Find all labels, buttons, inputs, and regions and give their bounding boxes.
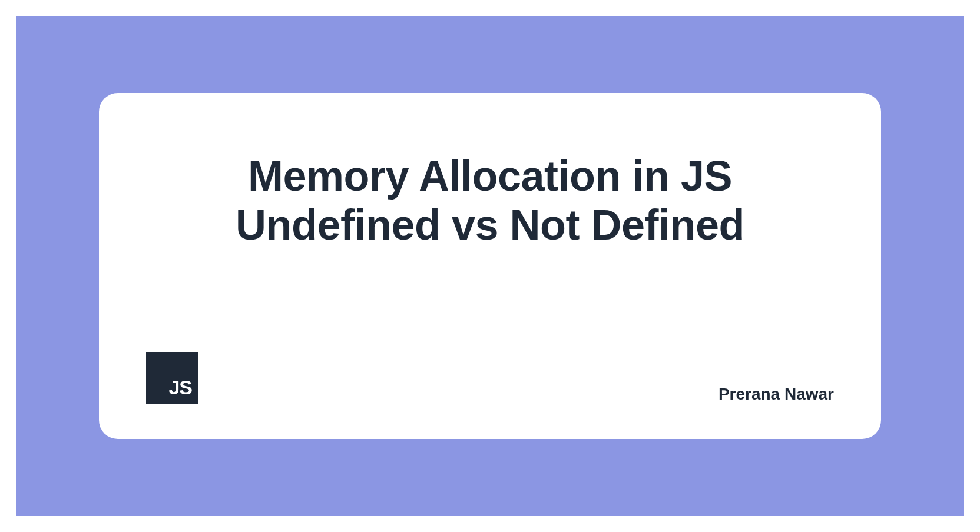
content-card: Memory Allocation in JS Undefined vs Not… bbox=[99, 93, 881, 439]
js-logo-badge: JS bbox=[146, 352, 198, 404]
outer-frame: Memory Allocation in JS Undefined vs Not… bbox=[16, 16, 964, 516]
footer-row: JS Prerana Nawar bbox=[146, 352, 834, 404]
author-name: Prerana Nawar bbox=[719, 385, 834, 404]
js-badge-text: JS bbox=[168, 376, 192, 399]
title-line-1: Memory Allocation in JS bbox=[248, 152, 732, 200]
main-title: Memory Allocation in JS Undefined vs Not… bbox=[146, 152, 834, 250]
title-line-2: Undefined vs Not Defined bbox=[236, 201, 744, 248]
